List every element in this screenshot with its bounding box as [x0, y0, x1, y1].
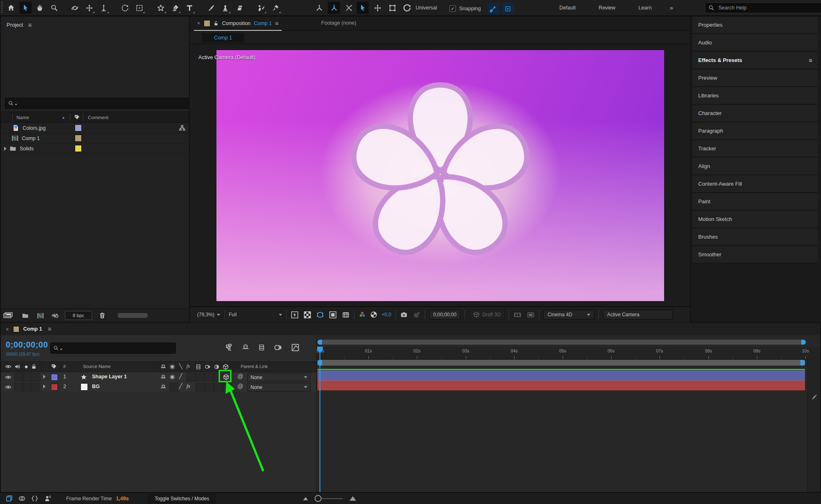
panel-motion-sketch[interactable]: Motion Sketch [692, 211, 818, 228]
quality-switch[interactable]: ╱ [179, 373, 182, 379]
timeline-search-input[interactable] [64, 345, 172, 352]
parent-pick-whip-icon[interactable]: @ [237, 373, 243, 380]
project-item-colors-jpg[interactable]: Colors.jpg [1, 123, 189, 133]
layer-visibility-eye-icon[interactable] [5, 384, 11, 390]
workspace-tab-learn[interactable]: Learn [627, 5, 663, 11]
snapshot-camera-icon[interactable] [400, 311, 408, 318]
work-area-bar[interactable] [317, 360, 805, 366]
workspace-overflow-chevrons[interactable]: » [663, 4, 680, 11]
shy-person-icon[interactable] [44, 495, 51, 502]
layer-expander-icon[interactable] [43, 384, 46, 389]
panel-libraries[interactable]: Libraries [692, 87, 818, 104]
3d-layer-switch[interactable] [223, 374, 229, 380]
frame-blending-toggle-icon[interactable] [258, 343, 265, 352]
layer-label-color[interactable] [51, 384, 58, 391]
viewer-timecode[interactable]: 0;00;00;00 [429, 310, 461, 320]
gizmo-rotation[interactable] [401, 2, 413, 14]
camera-region-tool[interactable] [133, 2, 145, 14]
parent-pick-whip-icon[interactable]: @ [237, 383, 243, 389]
dolly-camera-tool[interactable] [97, 2, 110, 14]
workspace-tab-review[interactable]: Review [587, 5, 627, 11]
layer-name[interactable]: BG [92, 384, 100, 389]
workspace-tab-default[interactable]: Default [548, 5, 587, 11]
roto-brush-tool[interactable] [255, 2, 267, 14]
layer-expander-icon[interactable] [43, 375, 46, 379]
motion-blur-toggle-icon[interactable] [274, 343, 282, 352]
layer-label-color[interactable] [51, 374, 58, 381]
channel-icon[interactable] [359, 311, 366, 318]
layer-name[interactable]: Shape Layer 1 [92, 374, 127, 380]
project-panel-title[interactable]: Project [7, 22, 23, 28]
panel-menu-icon[interactable]: ≡ [809, 57, 812, 64]
playhead-line[interactable] [320, 347, 320, 492]
project-item-solids[interactable]: Solids [1, 143, 189, 154]
layer-visibility-eye-icon[interactable] [5, 375, 11, 380]
close-tab-icon[interactable]: × [197, 20, 200, 26]
gizmo-select[interactable] [356, 2, 369, 14]
shy-switch[interactable] [160, 374, 166, 380]
project-search-box[interactable] [5, 98, 191, 109]
panel-content-aware-fill[interactable]: Content-Aware Fill [692, 175, 818, 193]
layer-row-shape-layer-1[interactable]: 1 Shape Layer 1 ╱ @ None [1, 372, 316, 382]
show-snapshot-icon[interactable] [413, 311, 421, 318]
eraser-tool[interactable] [233, 2, 246, 14]
zoom-out-mountain-icon[interactable] [303, 497, 308, 500]
expand-in-out-icon[interactable] [31, 495, 38, 502]
panel-tracker[interactable]: Tracker [692, 140, 818, 157]
new-folder-icon[interactable] [21, 312, 29, 319]
folder-expander-icon[interactable] [4, 147, 7, 151]
graph-editor-icon[interactable] [291, 343, 299, 352]
layer-marker-icon[interactable] [811, 394, 817, 400]
world-axis-mode[interactable] [328, 2, 340, 14]
time-ruler[interactable]: :00s 01s 02s 03s 04s 05s 06s 07s 08s 09s… [317, 347, 820, 359]
panel-paragraph[interactable]: Paragraph [692, 122, 818, 140]
delete-trash-icon[interactable] [99, 312, 106, 319]
transparency-grid-icon[interactable] [304, 311, 311, 319]
panel-smoother[interactable]: Smoother [692, 246, 818, 263]
collapse-switch[interactable] [169, 374, 175, 380]
expand-transfer-controls-icon[interactable] [18, 495, 25, 502]
multi-view-icon[interactable] [513, 311, 522, 318]
guides-grids-icon[interactable] [342, 311, 350, 319]
parent-link-dropdown[interactable]: None [247, 373, 310, 382]
timeline-search-box[interactable] [50, 343, 176, 354]
hand-tool[interactable] [34, 2, 46, 14]
resolution-dropdown[interactable]: Full [229, 312, 282, 318]
panel-properties[interactable]: Properties [692, 16, 818, 34]
color-depth-button[interactable]: 8 bpc [65, 311, 92, 320]
quality-switch[interactable]: ╱ [179, 383, 182, 389]
column-comment[interactable]: Comment [88, 115, 108, 120]
view-axis-mode[interactable] [343, 2, 355, 14]
mask-visibility-icon[interactable] [316, 311, 324, 319]
panel-audio[interactable]: Audio [692, 34, 818, 51]
timeline-horizontal-scrollbar[interactable] [317, 340, 806, 345]
panel-brushes[interactable]: Brushes [692, 228, 818, 246]
label-column-icon[interactable] [74, 114, 80, 120]
close-tab-icon[interactable]: × [6, 326, 9, 332]
label-color-swatch[interactable] [75, 145, 82, 152]
interpret-footage-icon[interactable] [3, 312, 14, 319]
gizmo-position[interactable] [371, 2, 384, 14]
rotate-tool[interactable] [119, 2, 131, 14]
renderer-dropdown[interactable]: Cinema 4D [543, 310, 594, 320]
panel-effects-presets[interactable]: Effects & Presets≡ [692, 52, 818, 69]
exposure-value[interactable]: +0,0 [382, 312, 391, 318]
project-horizontal-scrollbar[interactable] [117, 313, 148, 318]
label-color-swatch[interactable] [75, 135, 82, 142]
orbit-camera-tool[interactable] [69, 2, 81, 14]
project-settings-icon[interactable] [51, 312, 59, 319]
help-search-box[interactable] [705, 2, 821, 13]
selection-tool[interactable] [19, 2, 32, 14]
expand-layer-switches-icon[interactable] [6, 495, 13, 502]
home-icon[interactable] [5, 2, 17, 14]
footage-tab[interactable]: Footage (none) [321, 20, 356, 26]
panel-character[interactable]: Character [692, 105, 818, 122]
new-composition-icon[interactable] [37, 312, 44, 319]
magnification-dropdown[interactable]: (79,3%) [197, 312, 220, 318]
timeline-zoom-slider-thumb[interactable] [315, 495, 322, 502]
gizmo-scale[interactable] [386, 2, 398, 14]
column-source-name[interactable]: Source Name [83, 364, 110, 369]
layer-bar-shape-layer-1[interactable] [317, 371, 805, 381]
unlock-icon[interactable] [214, 21, 219, 26]
region-of-interest-icon[interactable] [329, 311, 337, 319]
